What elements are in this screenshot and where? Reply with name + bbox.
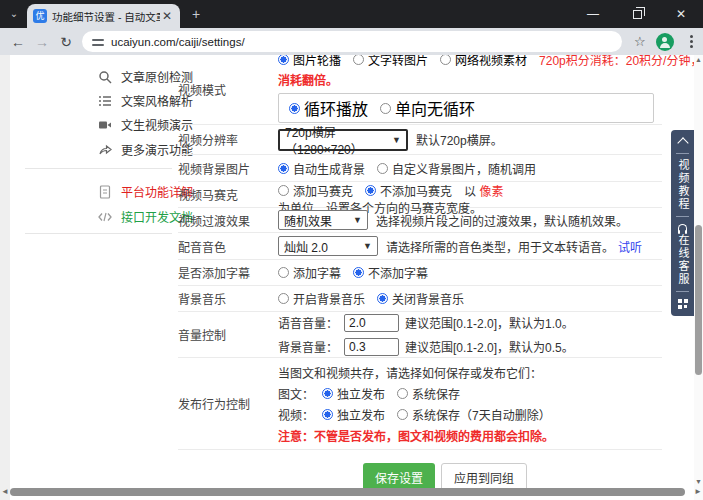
vertical-scrollbar-thumb[interactable] <box>695 225 702 375</box>
row-transition: 视频过渡效果 随机效果▼ 选择视频片段之间的过渡效果，默认随机效果。 <box>178 208 662 233</box>
radio-option[interactable]: 关闭背景音乐 <box>377 290 464 307</box>
radio-label: 文字转图片 <box>368 55 428 68</box>
form-actions: 保存设置 应用到同组 <box>178 450 662 492</box>
scroll-left-arrow-icon[interactable]: ◄ <box>1 487 9 497</box>
radio-icon <box>278 55 289 65</box>
back-button[interactable]: ← <box>6 34 30 50</box>
radio-icon <box>353 267 364 278</box>
select-value: 随机效果 <box>284 212 332 229</box>
maximize-button[interactable] <box>615 0 659 28</box>
minimize-button[interactable]: — <box>571 0 615 28</box>
field-label: 语音音量： <box>278 314 338 331</box>
row-mosaic: 视频马赛克 添加马赛克 不添加马赛克 以 像素 为单位，设置各个方向的马赛克宽度… <box>178 182 662 208</box>
video-icon <box>98 118 112 132</box>
floating-help-panel: 视频教程 在线客服 <box>671 130 694 316</box>
radio-icon <box>377 163 388 174</box>
credits-note-line2: 消耗翻倍。 <box>278 71 703 88</box>
radio-label: 自动生成背景 <box>293 160 365 177</box>
browser-titlebar: ⌄ 优 功能细节设置 - 自动文章采集 ✕ + — ✕ <box>0 0 703 28</box>
qr-code-icon[interactable] <box>678 299 688 309</box>
radio-option[interactable]: 系统保存（7天自动删除） <box>397 406 551 423</box>
row-resolution: 视频分辨率 720p横屏（1280×720）▼ 默认720p横屏。 <box>178 125 662 155</box>
browser-menu-icon[interactable] <box>682 35 702 48</box>
radio-icon <box>377 293 388 304</box>
radio-icon <box>278 163 289 174</box>
radio-option[interactable]: 独立发布 <box>322 406 385 423</box>
voice-select[interactable]: 灿灿 2.0▼ <box>278 236 378 256</box>
online-support-link[interactable]: 在线客服 <box>676 234 689 286</box>
tab-search-chevron-icon[interactable]: ⌄ <box>6 7 22 21</box>
radio-icon <box>397 388 408 399</box>
scroll-up-arrow-icon[interactable]: ▲ <box>694 55 703 64</box>
radio-label: 网络视频素材 <box>455 55 527 68</box>
scroll-down-arrow-icon[interactable]: ▼ <box>694 477 703 486</box>
search-icon <box>98 70 112 84</box>
radio-label: 独立发布 <box>337 406 385 423</box>
radio-option[interactable]: 自动生成背景 <box>278 160 365 177</box>
horizontal-scrollbar-thumb[interactable] <box>10 488 685 496</box>
reload-button[interactable]: ↻ <box>54 34 78 50</box>
radio-option[interactable]: 自定义背景图片，随机调用 <box>377 160 536 177</box>
divider <box>676 153 689 154</box>
radio-label: 系统保存 <box>412 385 460 402</box>
divider <box>25 233 172 234</box>
radio-icon <box>397 409 408 420</box>
page-content: 文章原创检测 文案风格解析 文生视频演示 更多演示功能 平台功能详解 接口开发文… <box>0 55 703 500</box>
voice-volume-row: 语音音量： 建议范围[0.1-2.0]，默认为1.0。 <box>278 314 662 332</box>
voice-preview-link[interactable]: 试听 <box>618 238 642 255</box>
radio-option[interactable]: 系统保存 <box>397 385 460 402</box>
list-icon <box>98 94 112 108</box>
voice-volume-input[interactable] <box>344 314 399 332</box>
radio-option[interactable]: 单向无循环 <box>380 96 475 120</box>
radio-option[interactable]: 添加马赛克 <box>278 182 353 199</box>
browser-toolbar: ← → ↻ ucaiyun.com/caiji/settings/ ☆ <box>0 28 703 55</box>
chevron-down-icon: ▼ <box>392 135 401 145</box>
row-subtitle: 是否添加字幕 添加字幕 不添加字幕 <box>178 260 662 286</box>
radio-label: 单向无循环 <box>395 96 475 120</box>
select-value: 灿灿 2.0 <box>284 238 328 255</box>
radio-option[interactable]: 不添加字幕 <box>353 264 428 281</box>
radio-icon <box>322 409 333 420</box>
row-voice: 配音音色 灿灿 2.0▼ 请选择所需的音色类型，用于文本转语音。 试听 <box>178 233 662 260</box>
headset-icon <box>678 224 687 231</box>
radio-icon <box>322 388 333 399</box>
scroll-right-arrow-icon[interactable]: ► <box>694 487 702 497</box>
radio-option[interactable]: 独立发布 <box>322 385 385 402</box>
horizontal-scrollbar[interactable]: ◄ ► <box>0 487 703 497</box>
radio-option[interactable]: 循环播放 <box>289 96 368 120</box>
new-tab-button[interactable]: + <box>192 7 200 21</box>
doc-icon <box>98 185 112 199</box>
row-background-image: 视频背景图片 自动生成背景 自定义背景图片，随机调用 <box>178 155 662 182</box>
field-label: 背景音量： <box>278 338 338 355</box>
row-publish-control: 发布行为控制 当图文和视频共存，请选择如何保存或发布它们： 图文： 独立发布 系… <box>178 358 662 450</box>
site-info-icon[interactable] <box>92 37 104 47</box>
transition-note: 选择视频片段之间的过渡效果，默认随机效果。 <box>376 212 628 229</box>
browser-tab[interactable]: 优 功能细节设置 - 自动文章采集 ✕ <box>27 4 180 28</box>
profile-avatar[interactable] <box>656 33 674 51</box>
row-label: 音量控制 <box>178 312 278 357</box>
vertical-scrollbar[interactable]: ▲ ▼ <box>694 55 703 500</box>
radio-option[interactable]: 文字转图片 <box>353 55 428 68</box>
close-button[interactable]: ✕ <box>659 0 703 28</box>
radio-icon <box>440 55 451 65</box>
publish-intro: 当图文和视频共存，请选择如何保存或发布它们： <box>278 364 662 381</box>
resolution-select[interactable]: 720p横屏（1280×720）▼ <box>278 129 408 151</box>
radio-option[interactable]: 网络视频素材 <box>440 55 527 68</box>
radio-option[interactable]: 添加字幕 <box>278 264 341 281</box>
forward-button[interactable]: → <box>30 34 54 50</box>
page-left-margin <box>0 55 10 500</box>
transition-select[interactable]: 随机效果▼ <box>278 210 368 230</box>
restore-icon <box>633 10 642 19</box>
tab-close-icon[interactable]: ✕ <box>162 10 172 22</box>
bgm-volume-input[interactable] <box>344 338 399 356</box>
radio-icon <box>289 103 300 114</box>
address-bar[interactable]: ucaiyun.com/caiji/settings/ <box>82 31 622 52</box>
video-tutorial-link[interactable]: 视频教程 <box>676 159 689 211</box>
radio-option[interactable]: 图片轮播 <box>278 55 341 68</box>
radio-icon <box>365 185 376 196</box>
radio-option[interactable]: 不添加马赛克 <box>365 182 452 199</box>
radio-option[interactable]: 开启背景音乐 <box>278 290 365 307</box>
mosaic-note-prefix: 以 <box>464 182 476 199</box>
collapse-chevron-icon[interactable] <box>677 137 688 148</box>
bookmark-star-icon[interactable]: ☆ <box>634 34 646 49</box>
